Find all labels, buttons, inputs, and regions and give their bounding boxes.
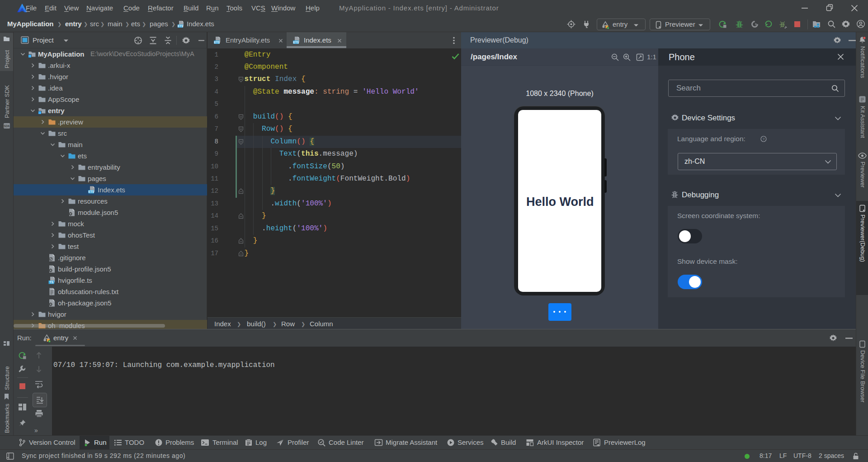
svg-text:TS: TS [49,281,53,284]
svg-text:ETS: ETS [293,41,299,44]
svg-text:?: ? [763,137,765,141]
svg-text:ETS: ETS [214,41,220,44]
svg-text:ETS: ETS [88,190,94,193]
svg-text:ETS: ETS [178,24,184,28]
svg-text:SDK: SDK [4,124,10,128]
